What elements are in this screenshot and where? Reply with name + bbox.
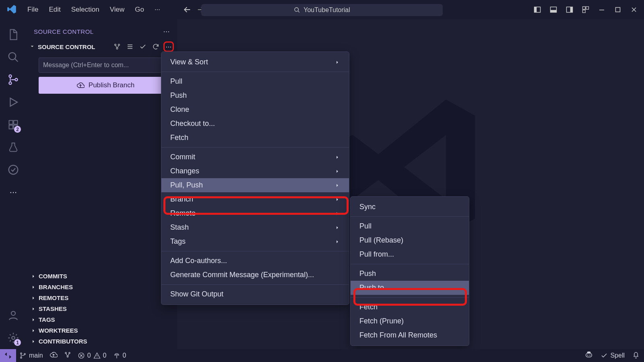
menu-commit[interactable]: Commit: [161, 150, 349, 164]
branch-indicator[interactable]: main: [19, 352, 43, 359]
svg-rect-8: [583, 10, 586, 13]
menu-gen-commit[interactable]: Generate Commit Message (Experimental)..…: [161, 268, 349, 282]
command-center[interactable]: YouTubeTutorial: [201, 4, 443, 16]
explorer-icon[interactable]: [3, 23, 23, 46]
menu-go[interactable]: Go: [130, 3, 149, 16]
commit-message-input[interactable]: Message (Ctrl+Enter to com... ✦: [39, 58, 172, 73]
source-control-icon[interactable]: [3, 68, 23, 91]
remote-indicator-icon[interactable]: [0, 349, 16, 362]
menu-file[interactable]: File: [23, 3, 43, 16]
svg-rect-18: [14, 121, 17, 124]
extensions-badge: 2: [14, 126, 21, 133]
svg-point-21: [12, 336, 15, 339]
menu-remote[interactable]: Remote: [161, 206, 349, 220]
menu-changes[interactable]: Changes: [161, 164, 349, 178]
submenu-pull-rebase[interactable]: Pull (Rebase): [351, 233, 469, 247]
svg-point-26: [21, 357, 22, 358]
svg-rect-7: [586, 7, 589, 10]
submenu-pull-from[interactable]: Pull from...: [351, 247, 469, 261]
menu-show-git-output[interactable]: Show Git Output: [161, 287, 349, 301]
vscode-logo-icon: [6, 4, 17, 16]
menu-pull[interactable]: Pull: [161, 74, 349, 88]
menu-tags[interactable]: Tags: [161, 234, 349, 249]
svg-point-29: [69, 352, 70, 354]
layout-primary-icon[interactable]: [530, 3, 544, 16]
tree-stashes[interactable]: STASHES: [27, 303, 177, 314]
svg-point-20: [11, 311, 15, 315]
problems-indicator[interactable]: 0 0: [78, 352, 107, 359]
menu-add-coauthors[interactable]: Add Co-authors...: [161, 254, 349, 268]
project-name: YouTubeTutorial: [303, 6, 350, 14]
menu-pull-push[interactable]: Pull, Push: [161, 178, 349, 192]
refresh-icon[interactable]: [151, 41, 161, 52]
svg-rect-15: [9, 121, 13, 124]
svg-rect-6: [583, 7, 586, 10]
tree-branches[interactable]: BRANCHES: [27, 282, 177, 292]
submenu-pull[interactable]: Pull: [351, 219, 469, 233]
svg-point-25: [21, 353, 22, 354]
submenu-push-to[interactable]: Push to...: [351, 281, 469, 295]
menu-edit[interactable]: Edit: [44, 3, 65, 16]
list-tree-icon[interactable]: [125, 41, 135, 52]
submenu-fetch[interactable]: Fetch: [351, 300, 469, 314]
menu-fetch[interactable]: Fetch: [161, 131, 349, 145]
scm-more-actions-icon[interactable]: ···: [163, 41, 174, 52]
submenu-sync[interactable]: Sync: [351, 200, 469, 214]
bell-icon[interactable]: [632, 351, 640, 360]
overflow-icon[interactable]: ···: [3, 181, 23, 204]
gitlens-icon[interactable]: [64, 351, 71, 360]
svg-point-34: [587, 355, 588, 356]
accounts-icon[interactable]: [3, 304, 23, 327]
menu-view[interactable]: View: [105, 3, 130, 16]
minimize-icon[interactable]: [595, 3, 609, 16]
tree-tags[interactable]: TAGS: [27, 314, 177, 325]
submenu-push[interactable]: Push: [351, 267, 469, 281]
close-icon[interactable]: [627, 3, 641, 16]
settings-gear-icon[interactable]: 1: [3, 327, 23, 349]
layout-panel-icon[interactable]: [547, 3, 560, 16]
ports-indicator[interactable]: 0: [113, 352, 126, 359]
menu-selection[interactable]: Selection: [66, 3, 104, 16]
menu-overflow-icon[interactable]: ···: [150, 3, 165, 16]
run-debug-icon[interactable]: [3, 91, 23, 113]
svg-rect-10: [616, 8, 620, 12]
sidebar-title: SOURCE CONTROL: [34, 28, 94, 35]
submenu-fetch-prune[interactable]: Fetch (Prune): [351, 314, 469, 328]
tree-worktrees[interactable]: WORKTREES: [27, 325, 177, 336]
tree-commits[interactable]: COMMITS: [27, 271, 177, 282]
maximize-icon[interactable]: [611, 3, 625, 16]
layout-secondary-icon[interactable]: [563, 3, 576, 16]
svg-point-28: [65, 352, 66, 354]
sidebar: SOURCE CONTROL ··· SOURCE CONTROL ··· Me…: [27, 19, 177, 349]
testing-icon[interactable]: [3, 136, 23, 158]
publish-branch-button[interactable]: Publish Branch: [39, 77, 172, 94]
menu-branch[interactable]: Branch: [161, 192, 349, 206]
svg-point-27: [24, 354, 25, 355]
svg-point-11: [9, 53, 16, 60]
copilot-icon[interactable]: [584, 350, 593, 361]
cloud-sync-icon[interactable]: [50, 351, 58, 360]
search-icon[interactable]: [3, 46, 23, 68]
svg-point-12: [9, 75, 11, 77]
svg-rect-16: [9, 125, 13, 129]
titlebar: File Edit Selection View Go ··· YouTubeT…: [0, 0, 644, 19]
todo-icon[interactable]: [3, 158, 23, 181]
nav-back-icon[interactable]: [181, 4, 193, 16]
scm-section-label: SOURCE CONTROL: [38, 43, 95, 50]
publish-label: Publish Branch: [89, 81, 134, 89]
commit-check-icon[interactable]: [138, 41, 148, 52]
graph-icon[interactable]: [112, 41, 122, 52]
menu-clone[interactable]: Clone: [161, 103, 349, 117]
menu-checkout[interactable]: Checkout to...: [161, 117, 349, 131]
sidebar-more-icon[interactable]: ···: [163, 27, 170, 36]
menu-push[interactable]: Push: [161, 88, 349, 103]
menu-view-sort[interactable]: View & Sort: [161, 55, 349, 69]
tree-remotes[interactable]: REMOTES: [27, 292, 177, 303]
menu-stash[interactable]: Stash: [161, 220, 349, 234]
customize-layout-icon[interactable]: [579, 3, 592, 16]
scm-section-header[interactable]: SOURCE CONTROL ···: [27, 38, 177, 55]
submenu-fetch-all[interactable]: Fetch From All Remotes: [351, 328, 469, 342]
spell-indicator[interactable]: Spell: [601, 352, 625, 359]
extensions-icon[interactable]: 2: [3, 113, 23, 136]
tree-contributors[interactable]: CONTRIBUTORS: [27, 336, 177, 347]
